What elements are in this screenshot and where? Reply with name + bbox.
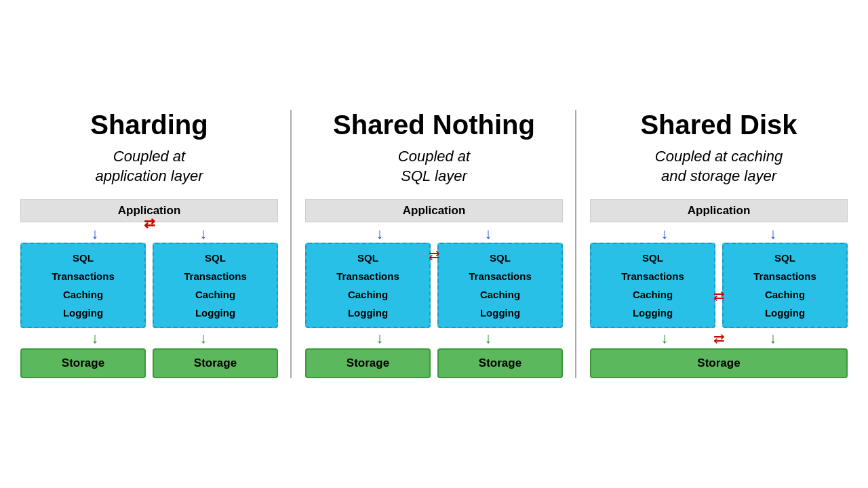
sharding-subtitle: Coupled atapplication layer xyxy=(96,147,203,186)
sd-down-arrow-right: ↓ xyxy=(770,225,797,243)
sn-n2-log: Logging xyxy=(441,304,559,321)
sharding-n2-sql: SQL xyxy=(157,249,274,266)
sd-down-arrow-left: ↓ xyxy=(641,225,669,243)
shared-nothing-down-arrows: ↓ ↓ xyxy=(305,225,563,243)
shared-nothing-diagram: Application ↓ ↓ SQL Transactions Caching… xyxy=(305,199,563,378)
sd-storage-shared: Storage xyxy=(590,348,848,378)
sharding-storage-row: Storage Storage xyxy=(20,348,278,378)
shared-disk-title: Shared Disk xyxy=(640,110,797,140)
sn-n2-sql: SQL xyxy=(441,249,559,266)
sharding-n1-log: Logging xyxy=(24,304,142,321)
shared-disk-app-label: Application xyxy=(688,204,751,217)
shared-disk-app-bar: Application xyxy=(590,199,848,222)
sn-n1-log: Logging xyxy=(309,304,427,321)
sn-n1-sql: SQL xyxy=(309,249,427,266)
shared-disk-diagram: Application ↓ ↓ SQL Transactions Caching… xyxy=(590,199,848,378)
sn-n1-cache: Caching xyxy=(309,286,427,303)
sn-red-arrow-sql: ⇄ xyxy=(429,247,440,263)
sd-red-arrow-storage: ⇄ xyxy=(713,330,725,346)
sd-n1-sql: SQL xyxy=(594,249,711,266)
sn-node-2: SQL Transactions Caching Logging xyxy=(437,243,563,328)
sd-node-1: SQL Transactions Caching Logging xyxy=(590,243,715,328)
shared-disk-nodes: SQL Transactions Caching Logging ⇄ SQL T… xyxy=(590,243,848,328)
shared-disk-subtitle: Coupled at cachingand storage layer xyxy=(655,147,783,186)
sn-down-arrow-right: ↓ xyxy=(485,225,513,243)
sharding-diagram: Application ⇄ ↓ ↓ SQL Transactions Cachi… xyxy=(20,199,278,378)
shared-nothing-app-bar: Application xyxy=(305,199,563,222)
sd-n1-log: Logging xyxy=(594,304,711,321)
sn-storage-arrow-left: ↓ xyxy=(356,329,384,347)
sharding-n1-sql: SQL xyxy=(24,249,142,266)
sd-n1-tx: Transactions xyxy=(594,268,711,285)
sharding-n2-log: Logging xyxy=(157,304,274,321)
sn-storage-arrow-right: ↓ xyxy=(485,329,513,347)
sharding-storage-1: Storage xyxy=(20,348,146,378)
sharding-n1-cache: Caching xyxy=(24,286,142,303)
shared-nothing-nodes: SQL Transactions Caching Logging ⇄ SQL T… xyxy=(305,243,563,328)
sd-storage-arrow-right: ↓ xyxy=(770,329,797,347)
shared-disk-down-arrows: ↓ ↓ xyxy=(590,225,848,243)
section-sharding: Sharding Coupled atapplication layer App… xyxy=(7,110,292,378)
sharding-n2-cache: Caching xyxy=(157,286,274,303)
sn-n2-tx: Transactions xyxy=(441,268,559,285)
sd-shared-storage-area: Storage xyxy=(590,348,848,378)
sn-n2-cache: Caching xyxy=(441,286,559,303)
shared-nothing-title: Shared Nothing xyxy=(333,110,535,140)
sharding-nodes: SQL Transactions Caching Logging SQL Tra… xyxy=(20,243,278,328)
shared-nothing-subtitle: Coupled atSQL layer xyxy=(398,147,470,186)
sn-down-arrow-left: ↓ xyxy=(356,225,384,243)
sd-storage-arrow-left: ↓ xyxy=(641,329,669,347)
sd-n2-sql: SQL xyxy=(726,249,844,266)
sharding-n1-tx: Transactions xyxy=(24,268,142,285)
sn-storage-row: Storage Storage xyxy=(305,348,563,378)
sharding-storage-2: Storage xyxy=(153,348,278,378)
sn-storage-1: Storage xyxy=(305,348,431,378)
sn-node-1: SQL Transactions Caching Logging xyxy=(305,243,431,328)
section-shared-disk: Shared Disk Coupled at cachingand storag… xyxy=(576,110,861,378)
sharding-storage-arrows: ↓ ↓ xyxy=(20,328,278,348)
sharding-storage-arrow-left: ↓ xyxy=(71,329,99,347)
sn-n1-tx: Transactions xyxy=(309,268,427,285)
sd-n2-log: Logging xyxy=(726,304,844,321)
sn-storage-2: Storage xyxy=(437,348,563,378)
sd-n2-tx: Transactions xyxy=(726,268,844,285)
sd-n2-cache: Caching xyxy=(726,286,844,303)
sd-storage-arrows-area: ↓ ↓ ⇄ xyxy=(590,328,848,348)
sharding-storage-arrow-right: ↓ xyxy=(200,329,228,347)
sn-storage-arrows: ↓ ↓ xyxy=(305,328,563,348)
sharding-node-1: SQL Transactions Caching Logging xyxy=(20,243,146,328)
sharding-down-arrow-left: ↓ xyxy=(71,225,99,243)
sd-node-2: SQL Transactions Caching Logging xyxy=(722,243,848,328)
shared-nothing-app-label: Application xyxy=(403,204,466,217)
sharding-n2-tx: Transactions xyxy=(157,268,274,285)
sd-red-arrow-caching: ⇄ xyxy=(713,287,725,304)
section-shared-nothing: Shared Nothing Coupled atSQL layer Appli… xyxy=(292,110,576,378)
sharding-node-2: SQL Transactions Caching Logging xyxy=(153,243,278,328)
sharding-red-arrow-app: ⇄ xyxy=(144,215,155,231)
sharding-down-arrow-right: ↓ xyxy=(200,225,228,243)
sharding-title: Sharding xyxy=(90,110,208,140)
sharding-app-bar: Application ⇄ xyxy=(20,199,278,222)
diagram-container: Sharding Coupled atapplication layer App… xyxy=(7,96,861,392)
sd-n1-cache: Caching xyxy=(594,286,711,303)
